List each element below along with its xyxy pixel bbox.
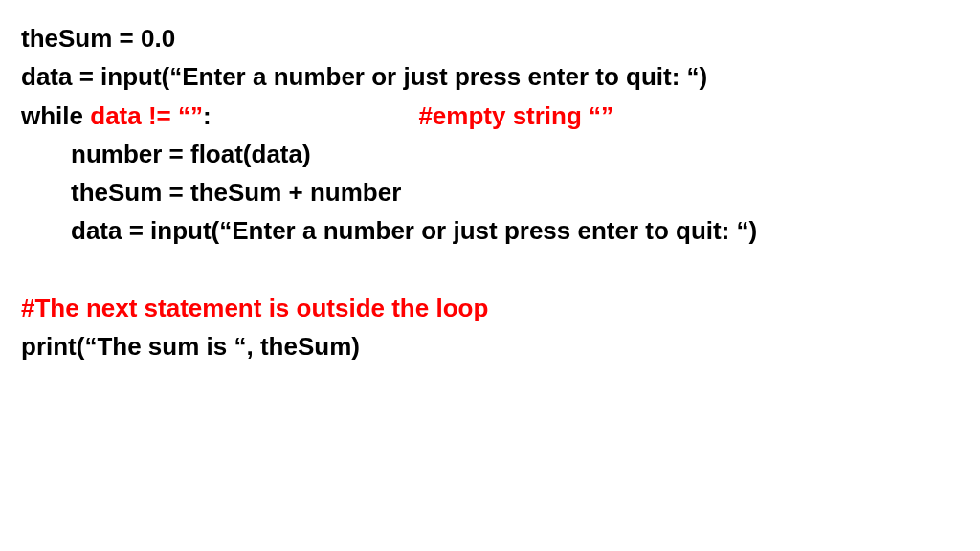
code-line-7-comment: #The next statement is outside the loop — [21, 289, 959, 327]
code-line-6: data = input(“Enter a number or just pre… — [21, 211, 959, 250]
while-colon-spacer: : — [203, 101, 418, 130]
code-line-5: theSum = theSum + number — [21, 173, 959, 211]
while-keyword: while — [21, 101, 90, 130]
code-line-3: while data != “”: #empty string “” — [21, 97, 959, 135]
code-line-8: print(“The sum is “, theSum) — [21, 327, 959, 365]
code-line-2: data = input(“Enter a number or just pre… — [21, 57, 959, 96]
comment-empty-string: #empty string “” — [418, 101, 613, 130]
code-line-4: number = float(data) — [21, 135, 959, 173]
while-condition: data != “” — [90, 101, 203, 130]
blank-line — [21, 251, 959, 289]
code-line-1: theSum = 0.0 — [21, 19, 959, 57]
